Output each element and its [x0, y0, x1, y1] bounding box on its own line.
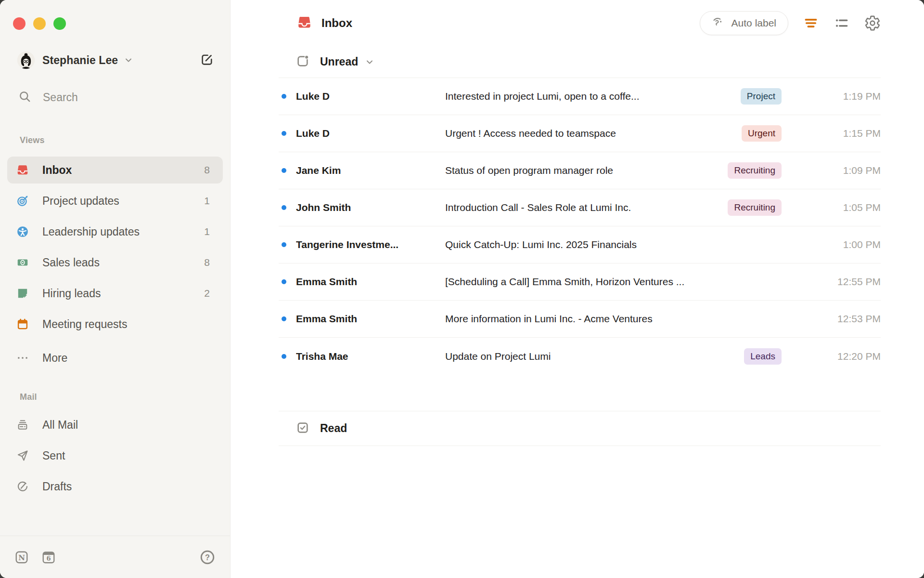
- email-time: 1:00 PM: [808, 239, 881, 250]
- sidebar-item-hiring-leads[interactable]: Hiring leads 2: [7, 280, 223, 307]
- email-row[interactable]: Trisha Mae Update on Project Lumi Leads …: [279, 338, 881, 375]
- calendar-app-button[interactable]: 6: [41, 550, 56, 565]
- email-row[interactable]: Tangerine Investme... Quick Catch-Up: Lu…: [279, 226, 881, 263]
- email-subject: Urgent ! Access needed to teamspace: [445, 128, 742, 139]
- unread-label: Unread: [320, 55, 358, 68]
- email-subject: Status of open program manager role: [445, 165, 728, 176]
- email-tag: Recruiting: [728, 162, 782, 179]
- settings-icon[interactable]: [864, 15, 881, 31]
- close-window-button[interactable]: [13, 17, 26, 30]
- search-label: Search: [43, 91, 78, 104]
- email-time: 1:09 PM: [808, 165, 881, 176]
- calendar-icon: [16, 318, 29, 330]
- sidebar-item-inbox[interactable]: Inbox 8: [7, 157, 223, 184]
- unread-dot-icon: [282, 316, 286, 321]
- email-row[interactable]: Luke D Interested in project Lumi, open …: [279, 78, 881, 115]
- note-icon: [16, 287, 29, 300]
- email-row[interactable]: Luke D Urgent ! Access needed to teamspa…: [279, 115, 881, 152]
- email-sender: Emma Smith: [296, 313, 445, 325]
- email-subject: Interested in project Lumi, open to a co…: [445, 91, 741, 102]
- email-tag: Leads: [744, 348, 782, 365]
- inbox-icon: [297, 15, 312, 32]
- sidebar-item-project-updates[interactable]: Project updates 1: [7, 187, 223, 214]
- zoom-window-button[interactable]: [53, 17, 66, 30]
- auto-label-label: Auto label: [732, 17, 776, 29]
- sidebar-footer: N 6 ?: [0, 536, 230, 578]
- auto-label-icon: [712, 16, 725, 30]
- unread-dot-icon: [282, 131, 286, 136]
- email-row[interactable]: Emma Smith [Scheduling a Call] Emma Smit…: [279, 263, 881, 301]
- help-button[interactable]: ?: [199, 549, 216, 565]
- email-sender: Jane Kim: [296, 165, 445, 176]
- inbox-icon: [16, 164, 29, 176]
- notion-app-button[interactable]: N: [14, 550, 29, 565]
- unread-dot-icon: [282, 242, 286, 247]
- money-icon: [16, 256, 29, 269]
- email-row[interactable]: Emma Smith More information in Lumi Inc.…: [279, 301, 881, 338]
- email-sender: John Smith: [296, 202, 445, 213]
- email-row[interactable]: Jane Kim Status of open program manager …: [279, 152, 881, 189]
- sidebar-item-more[interactable]: More: [7, 344, 223, 371]
- read-section-header[interactable]: Read: [279, 411, 881, 446]
- email-tag: Urgent: [742, 125, 782, 142]
- window-controls: [0, 0, 230, 30]
- unread-section-header[interactable]: Unread: [279, 46, 881, 78]
- email-time: 12:20 PM: [808, 351, 881, 362]
- draft-icon: [16, 480, 29, 493]
- mail-nav: All Mail Sent: [0, 411, 230, 500]
- search-icon: [18, 90, 31, 105]
- unread-dot-icon: [282, 168, 286, 173]
- email-time: 1:19 PM: [808, 91, 881, 102]
- views-section-label: Views: [20, 135, 230, 145]
- email-time: 1:15 PM: [808, 128, 881, 139]
- unread-count: 8: [204, 164, 210, 176]
- account-switcher[interactable]: Stephanie Lee: [17, 52, 215, 69]
- email-time: 1:05 PM: [808, 202, 881, 213]
- main-panel: Inbox Auto label: [231, 0, 924, 578]
- email-sender: Luke D: [296, 91, 445, 102]
- sidebar-item-drafts[interactable]: Drafts: [7, 473, 223, 500]
- sidebar-item-sent[interactable]: Sent: [7, 442, 223, 469]
- send-icon: [16, 449, 29, 462]
- sidebar-item-sales-leads[interactable]: Sales leads 8: [7, 249, 223, 276]
- app-window: Stephanie Lee: [0, 0, 924, 578]
- svg-text:N: N: [18, 553, 25, 562]
- unread-dot-icon: [282, 94, 286, 99]
- compose-button[interactable]: [199, 53, 215, 68]
- email-sender: Luke D: [296, 128, 445, 139]
- mail-section-label: Mail: [20, 392, 230, 402]
- email-row[interactable]: John Smith Introduction Call - Sales Rol…: [279, 189, 881, 226]
- svg-text:6: 6: [46, 555, 51, 562]
- sidebar: Stephanie Lee: [0, 0, 231, 578]
- filter-icon[interactable]: [803, 15, 819, 31]
- main-header: Inbox Auto label: [279, 0, 881, 46]
- list-view-icon[interactable]: [834, 15, 850, 31]
- target-icon: [16, 195, 29, 207]
- compose-icon: [200, 61, 214, 68]
- email-subject: [Scheduling a Call] Emma Smith, Horizon …: [445, 276, 808, 288]
- sidebar-item-leadership-updates[interactable]: Leadership updates 1: [7, 218, 223, 245]
- ellipsis-icon: [16, 352, 29, 364]
- minimize-window-button[interactable]: [33, 17, 46, 30]
- unread-dot-icon: [282, 205, 286, 210]
- avatar: [17, 52, 35, 69]
- chevron-down-icon: [124, 55, 133, 67]
- accessibility-icon: [16, 225, 29, 238]
- auto-label-button[interactable]: Auto label: [700, 11, 788, 35]
- page-title: Inbox: [321, 16, 352, 30]
- email-time: 12:55 PM: [808, 276, 881, 288]
- email-sender: Emma Smith: [296, 276, 445, 288]
- email-tag: Recruiting: [728, 199, 782, 216]
- email-subject: Introduction Call - Sales Role at Lumi I…: [445, 202, 728, 213]
- unread-icon: [296, 54, 309, 70]
- checkbox-checked-icon: [296, 421, 309, 436]
- email-subject: More information in Lumi Inc. - Acme Ven…: [445, 313, 808, 325]
- sidebar-item-all-mail[interactable]: All Mail: [7, 411, 223, 438]
- email-sender: Tangerine Investme...: [296, 239, 445, 250]
- email-time: 12:53 PM: [808, 313, 881, 325]
- svg-text:?: ?: [205, 552, 210, 561]
- email-tag: Project: [741, 88, 782, 105]
- sidebar-item-meeting-requests[interactable]: Meeting requests: [7, 311, 223, 338]
- search-button[interactable]: Search: [18, 91, 230, 104]
- email-list: Luke D Interested in project Lumi, open …: [279, 78, 881, 375]
